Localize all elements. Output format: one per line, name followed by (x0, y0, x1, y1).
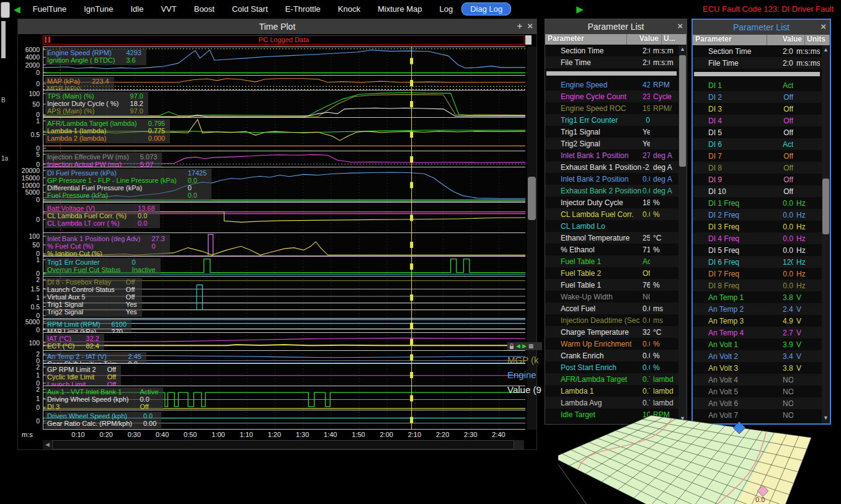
param-row[interactable]: Lambda 10.775lambd (545, 385, 687, 397)
param-row[interactable]: DI 2 Freq0.0Hz (693, 209, 830, 221)
param-row[interactable]: Exhaust Bank 2 Position0.0deg A (545, 185, 687, 197)
param-row[interactable]: Injector Duty Cycle18.2% (545, 197, 687, 208)
param-row[interactable]: Trig2 SignalYes (545, 138, 687, 149)
param-row[interactable]: % Ethanol71% (545, 244, 687, 255)
param-row[interactable]: DI 4 Freq0.0Hz (693, 232, 830, 244)
panel1-column-headers[interactable]: ParameterValueU... (545, 34, 687, 45)
param-row[interactable]: An Volt 4NO DATA (693, 374, 830, 386)
panel2-titlebar[interactable]: Parameter List × (693, 20, 830, 35)
param-row[interactable]: CL Lambda Fuel Corr.0.0% (545, 208, 687, 220)
param-row[interactable]: An Volt 6NO DATA (693, 397, 830, 409)
grid-icon[interactable]: ▦ (528, 343, 534, 350)
param-row[interactable]: Fuel Table 176.2% (545, 279, 687, 291)
param-row[interactable]: AFR/Lambda Target0.795lambd (545, 373, 687, 385)
param-row[interactable]: Lambda Avg0.774lambd (545, 397, 687, 409)
param-row[interactable]: DI 1Active (693, 79, 830, 91)
plot-area[interactable]: Engine Speed (RPM)4293Ignition Angle ( B… (43, 46, 525, 430)
param-row[interactable]: CL Lambd Lockout: RPM High (545, 220, 687, 232)
column-header-value[interactable]: Value (627, 34, 662, 45)
menu-item-idle[interactable]: Idle (122, 2, 152, 15)
param-row[interactable]: An Temp 42.76V (693, 327, 830, 338)
play-icon[interactable]: ▶ (576, 4, 584, 15)
param-row[interactable]: Engine Speed ROC192RPM/ (545, 102, 687, 114)
scroll-thumb[interactable] (52, 440, 514, 449)
menu-item-cold-start[interactable]: Cold Start (223, 2, 277, 15)
scroll-thumb[interactable] (528, 177, 536, 220)
plot-cursor[interactable] (43, 46, 525, 430)
column-header-parameter[interactable]: Parameter (693, 35, 767, 45)
param-row[interactable]: Fuel Table 1Active (545, 255, 687, 267)
time-plot-titlebar[interactable]: Time Plot + × (18, 19, 536, 34)
close-icon[interactable]: × (677, 20, 683, 31)
scroll-thumb[interactable] (679, 55, 686, 167)
param-row[interactable]: DI 3 Freq0.0Hz (693, 221, 830, 232)
param-row[interactable]: An Volt 33.86V (693, 362, 830, 374)
param-row[interactable]: Charge Temperature32.2°C (545, 326, 687, 338)
panel2-column-headers[interactable]: ParameterValueUnits (693, 35, 830, 45)
param-row[interactable]: Ethanol Temperature25°C (545, 232, 687, 244)
param-row[interactable]: DI 9Off (693, 174, 830, 185)
menu-item-knock[interactable]: Knock (329, 2, 369, 15)
column-header-value[interactable]: Value (767, 35, 805, 45)
menu-item-boost[interactable]: Boost (185, 2, 223, 15)
back-icon[interactable]: ◀ (14, 4, 20, 14)
param-row[interactable]: File Time2:08.712m:s:ms (693, 57, 830, 69)
scroll-left-icon[interactable]: ◀ (43, 440, 52, 449)
param-row[interactable]: DI 6 Freq120.6Hz (693, 256, 830, 268)
param-row[interactable]: DI 3Off (693, 103, 830, 115)
param-row[interactable]: Engine Speed4293RPM (545, 79, 687, 91)
column-header-parameter[interactable]: Parameter (545, 34, 627, 45)
param-row[interactable]: An Volt 23.46V (693, 350, 830, 362)
close-icon[interactable]: × (527, 20, 533, 31)
param-row[interactable]: Inlet Bank 2 Position0.0deg A (545, 173, 687, 185)
param-row[interactable]: DI 1 Freq0.0Hz (693, 197, 830, 209)
param-row[interactable]: DI 10Off (693, 185, 830, 197)
param-row[interactable]: An Volt 5NO DATA (693, 386, 830, 397)
panel1-titlebar[interactable]: Parameter List × (545, 19, 687, 34)
param-row[interactable]: Accel Fuel0.0ms (545, 303, 687, 314)
scroll-up-icon[interactable]: ▲ (679, 45, 687, 53)
column-header-units[interactable]: Units (805, 35, 830, 45)
param-row[interactable]: Wake-Up WidthNO DATA (545, 291, 687, 303)
param-row[interactable]: DI 8 Freq0.0Hz (693, 280, 830, 291)
param-row[interactable]: Section Time2:08.712m:s:ms (693, 45, 830, 57)
param-row[interactable]: DI 8Off (693, 162, 830, 174)
param-row[interactable]: Inlet Bank 1 Position27.3deg A (545, 149, 687, 161)
param-row[interactable]: Exhaust Bank 1 Position-2.1deg A (545, 161, 687, 173)
close-icon[interactable]: × (821, 21, 826, 32)
panel2-scrollbar[interactable]: ▲▼ (822, 45, 830, 423)
param-row[interactable]: DI 2Off (693, 91, 830, 103)
param-row[interactable]: An Temp 34.95V (693, 315, 830, 327)
param-row[interactable]: Trig1 Err Counter0 (545, 114, 687, 126)
mixture-map-3d-surface[interactable]: 0.0 (558, 414, 831, 504)
param-row[interactable]: An Volt 13.98V (693, 338, 830, 350)
param-row[interactable]: Warm Up Enrichment0.0% (545, 338, 687, 350)
param-row[interactable]: An Temp 13.85V (693, 291, 830, 303)
menu-item-igntune[interactable]: IgnTune (75, 2, 122, 15)
param-row[interactable]: Fuel Table 2Off (545, 267, 687, 279)
param-row[interactable]: DI 7Off (693, 150, 830, 162)
menu-item-e-throttle[interactable]: E-Throttle (277, 2, 329, 15)
menu-item-mixture-map[interactable]: Mixture Map (369, 2, 431, 15)
param-row[interactable]: Post Start Enrich0.0% (545, 361, 687, 373)
param-row[interactable]: Trig1 SignalYes (545, 126, 687, 138)
panel1-scrollbar[interactable]: ▲▼ (679, 45, 687, 424)
param-row[interactable]: DI 4Off (693, 115, 830, 126)
left-edge-scrollbar[interactable] (1, 21, 6, 58)
scroll-up-icon[interactable]: ▲ (822, 46, 830, 54)
menu-item-log[interactable]: Log (431, 2, 462, 15)
move-icon[interactable]: + (517, 20, 522, 31)
param-row[interactable]: Injection Deadtime (Sec0.000ms (545, 314, 687, 326)
param-row[interactable]: File Time2:08.712m:s:m (545, 56, 687, 68)
param-row[interactable]: DI 5Off (693, 126, 830, 138)
menu-item-vvt[interactable]: VVT (152, 2, 185, 15)
param-row[interactable]: An Temp 22.45V (693, 303, 830, 315)
scroll-thumb[interactable] (822, 179, 829, 234)
param-row[interactable]: DI 6Active (693, 138, 830, 150)
param-row[interactable]: Section Time2:08.712m:s:m (545, 45, 687, 56)
plot-horizontal-scrollbar[interactable]: ◀ (43, 440, 524, 449)
param-row[interactable]: Crank Enrich0.0% (545, 350, 687, 361)
column-header-u[interactable]: U... (662, 34, 687, 45)
param-row[interactable]: DI 5 Freq0.0Hz (693, 244, 830, 256)
param-row[interactable]: Engine Cycle Count2348Cycle (545, 91, 687, 102)
